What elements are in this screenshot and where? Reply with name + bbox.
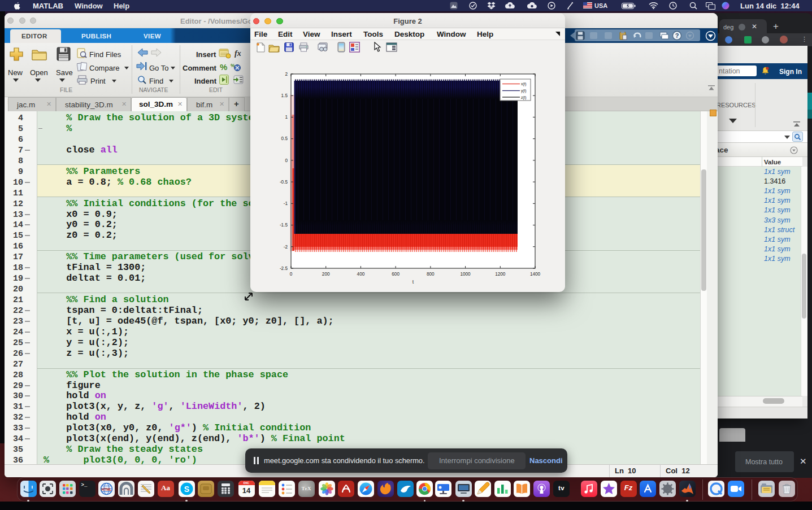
svg-text:x(t): x(t) bbox=[521, 82, 526, 86]
svg-text:0: 0 bbox=[285, 158, 288, 163]
svg-text:800: 800 bbox=[427, 272, 435, 277]
svg-text:400: 400 bbox=[357, 272, 365, 277]
svg-text:z(t): z(t) bbox=[521, 95, 526, 100]
svg-text:-1.5: -1.5 bbox=[280, 223, 288, 228]
svg-text:-2.5: -2.5 bbox=[280, 266, 288, 271]
svg-text:HTML: HTML bbox=[101, 487, 111, 491]
svg-text:1000: 1000 bbox=[460, 272, 471, 277]
svg-text:600: 600 bbox=[392, 272, 400, 277]
svg-text:S: S bbox=[184, 485, 189, 494]
svg-text:1400: 1400 bbox=[530, 272, 541, 277]
svg-text:2: 2 bbox=[285, 72, 288, 77]
svg-text:-1: -1 bbox=[284, 201, 288, 206]
svg-text:1200: 1200 bbox=[495, 272, 506, 277]
svg-text:-2: -2 bbox=[284, 245, 288, 250]
svg-text:y(t): y(t) bbox=[521, 89, 526, 93]
svg-text:1: 1 bbox=[285, 115, 288, 120]
svg-text:1.5: 1.5 bbox=[281, 93, 288, 98]
svg-text:t: t bbox=[412, 279, 414, 285]
svg-text:0: 0 bbox=[290, 272, 293, 277]
svg-text:200: 200 bbox=[322, 272, 330, 277]
svg-text:-0.5: -0.5 bbox=[280, 180, 288, 185]
svg-text:0.5: 0.5 bbox=[281, 136, 288, 141]
svg-text:?: ? bbox=[675, 32, 679, 39]
